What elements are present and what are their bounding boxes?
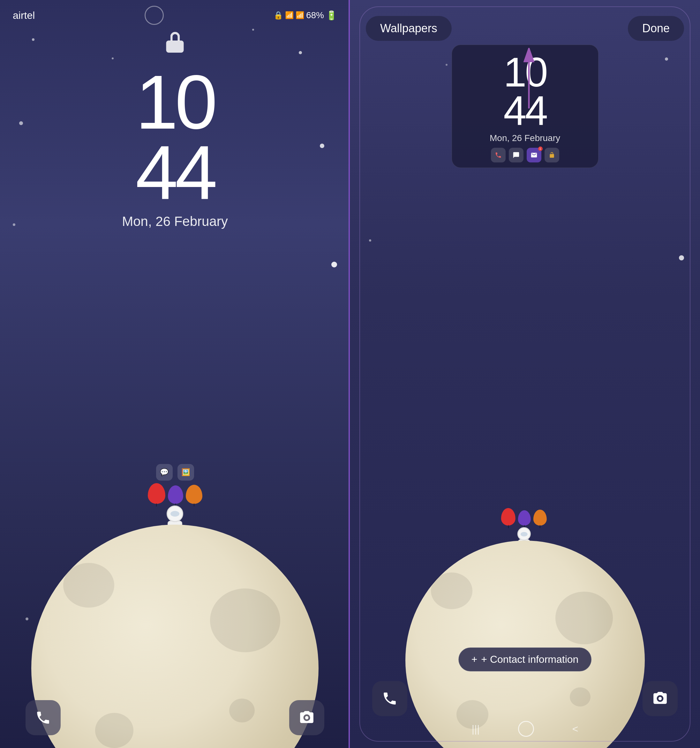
star [13, 223, 15, 226]
left-phone-screen: airtel 🔒 📶 📶 68% 🔋 10 44 Mon, 26 Februar… [0, 0, 350, 748]
photo-widget-icon: 🖼️ [178, 464, 194, 480]
wallpapers-button[interactable]: Wallpapers [366, 16, 452, 41]
status-icons: 🔒 📶 📶 68% 🔋 [274, 10, 337, 21]
left-bottom-bar [0, 700, 350, 735]
right-phone-screen: Wallpapers Done 10 44 Mon, 26 February [350, 0, 700, 748]
orange-balloon [186, 485, 202, 504]
star [26, 617, 28, 620]
astronaut-visor [170, 511, 180, 517]
right-astronaut-visor [520, 532, 527, 537]
email-badge: 1 [538, 146, 543, 151]
camera-button-right[interactable] [642, 681, 678, 716]
right-bottom-bar [350, 681, 700, 716]
svg-point-0 [305, 716, 308, 719]
signal-icon: 📶 [295, 11, 304, 20]
bubble-widget-icon: 💬 [156, 464, 173, 480]
right-widget-icons: 1 [460, 148, 590, 163]
phone-button-right[interactable] [372, 681, 407, 716]
camera-button-left[interactable] [289, 700, 324, 735]
star-r4 [369, 239, 371, 242]
date-display: Mon, 26 February [122, 214, 228, 229]
phone-button-left[interactable] [26, 700, 61, 735]
unlock-icon[interactable] [545, 148, 559, 163]
home-button[interactable] [518, 721, 534, 737]
balloons [148, 483, 202, 504]
purple-balloon [168, 485, 183, 504]
star [112, 58, 114, 59]
crater-1 [63, 563, 114, 608]
right-crater-1 [431, 573, 472, 609]
purple-arrow [519, 48, 539, 113]
right-orange-balloon [533, 509, 547, 526]
lock-body [166, 41, 184, 53]
right-astronaut-helmet [517, 527, 531, 541]
star [331, 261, 337, 268]
right-red-balloon [501, 508, 516, 526]
right-top-buttons: Wallpapers Done [350, 16, 700, 41]
lock-shackle [170, 32, 180, 41]
recent-apps-button[interactable]: ||| [472, 723, 480, 735]
star-r3 [665, 58, 668, 61]
contact-info-button[interactable]: + + Contact information [458, 648, 592, 671]
star [299, 51, 302, 54]
astronaut-helmet [167, 505, 183, 522]
nav-bar: ||| < [350, 716, 700, 742]
missed-call-icon[interactable] [491, 148, 505, 163]
battery-text: 68% [306, 10, 324, 20]
svg-point-3 [659, 697, 662, 700]
back-button[interactable]: < [572, 723, 578, 735]
wifi-icon: 📶 [285, 11, 294, 20]
star [252, 29, 254, 30]
lock-icon-container [166, 32, 184, 53]
front-camera [145, 6, 164, 25]
crater-2 [210, 588, 280, 652]
left-time-display: 10 44 Mon, 26 February [122, 64, 228, 229]
hour-display: 10 [122, 64, 228, 140]
status-bar: airtel 🔒 📶 📶 68% 🔋 [0, 6, 350, 25]
message-icon[interactable] [509, 148, 523, 163]
star-r5 [679, 255, 684, 260]
right-date-display: Mon, 26 February [460, 133, 590, 143]
lock-icon [166, 32, 184, 53]
star [19, 121, 23, 125]
sim-icon: 🔒 [274, 11, 283, 20]
star [32, 38, 35, 41]
email-icon[interactable]: 1 [527, 148, 541, 163]
star [320, 144, 324, 148]
contact-info-label: + Contact information [481, 654, 578, 665]
star-r2 [446, 64, 447, 66]
minute-display: 44 [122, 134, 228, 211]
battery-icon: 🔋 [326, 10, 337, 21]
carrier-text: airtel [13, 9, 35, 21]
done-button[interactable]: Done [628, 16, 684, 41]
right-crater-2 [555, 591, 613, 644]
red-balloon [148, 483, 165, 504]
plus-icon: + [472, 654, 478, 665]
widget-icons-left: 💬 🖼️ [156, 464, 194, 480]
right-purple-balloon [518, 510, 531, 526]
right-balloons [501, 508, 547, 526]
left-astronaut-area: 💬 🖼️ [143, 464, 207, 534]
